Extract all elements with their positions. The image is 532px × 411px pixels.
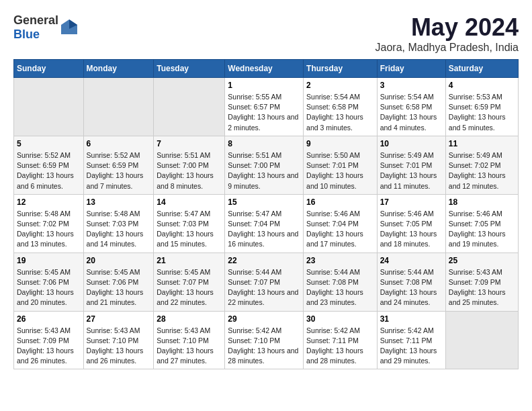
day-number: 5: [17, 139, 81, 148]
calendar-week-5: 26Sunrise: 5:43 AMSunset: 7:09 PMDayligh…: [14, 311, 519, 369]
day-info: Sunrise: 5:52 AMSunset: 6:59 PMDaylight:…: [87, 150, 151, 191]
calendar-cell: 19Sunrise: 5:45 AMSunset: 7:06 PMDayligh…: [14, 253, 84, 311]
day-number: 15: [228, 197, 300, 207]
day-info: Sunrise: 5:54 AMSunset: 6:58 PMDaylight:…: [380, 92, 443, 133]
calendar-cell: 1Sunrise: 5:55 AMSunset: 6:57 PMDaylight…: [225, 78, 304, 136]
day-number: 21: [157, 256, 222, 265]
day-info: Sunrise: 5:48 AMSunset: 7:03 PMDaylight:…: [87, 209, 151, 250]
day-info: Sunrise: 5:53 AMSunset: 6:59 PMDaylight:…: [449, 92, 515, 133]
day-number: 25: [449, 256, 515, 265]
day-number: 30: [306, 314, 374, 324]
day-info: Sunrise: 5:42 AMSunset: 7:10 PMDaylight:…: [228, 326, 300, 367]
day-number: 18: [449, 197, 515, 207]
day-number: 17: [380, 197, 443, 207]
day-number: 22: [228, 256, 300, 265]
day-number: 28: [157, 314, 222, 324]
day-info: Sunrise: 5:55 AMSunset: 6:57 PMDaylight:…: [228, 92, 300, 133]
day-info: Sunrise: 5:48 AMSunset: 7:02 PMDaylight:…: [17, 209, 81, 250]
day-info: Sunrise: 5:52 AMSunset: 6:59 PMDaylight:…: [17, 150, 81, 191]
day-number: 24: [380, 256, 443, 265]
day-number: 20: [87, 256, 151, 265]
calendar-cell: 13Sunrise: 5:48 AMSunset: 7:03 PMDayligh…: [83, 194, 154, 253]
calendar-cell: 26Sunrise: 5:43 AMSunset: 7:09 PMDayligh…: [14, 311, 84, 369]
title-area: May 2024 Jaora, Madhya Pradesh, India: [375, 13, 519, 54]
day-number: 16: [306, 197, 374, 207]
calendar-cell: 22Sunrise: 5:44 AMSunset: 7:07 PMDayligh…: [225, 253, 304, 311]
calendar-cell: [83, 78, 154, 136]
day-number: 14: [157, 197, 222, 207]
calendar-cell: 25Sunrise: 5:43 AMSunset: 7:09 PMDayligh…: [445, 253, 518, 311]
calendar-cell: [14, 78, 84, 136]
column-header-monday: Monday: [83, 60, 154, 78]
day-info: Sunrise: 5:47 AMSunset: 7:04 PMDaylight:…: [228, 209, 300, 250]
calendar-cell: [445, 311, 518, 369]
calendar-cell: 2Sunrise: 5:54 AMSunset: 6:58 PMDaylight…: [304, 78, 378, 136]
day-number: 29: [228, 314, 300, 324]
day-info: Sunrise: 5:51 AMSunset: 7:00 PMDaylight:…: [228, 150, 300, 191]
day-info: Sunrise: 5:50 AMSunset: 7:01 PMDaylight:…: [306, 150, 374, 191]
calendar-body: 1Sunrise: 5:55 AMSunset: 6:57 PMDaylight…: [14, 78, 519, 369]
day-number: 19: [17, 256, 81, 265]
logo: General Blue: [13, 13, 79, 42]
calendar-cell: 21Sunrise: 5:45 AMSunset: 7:07 PMDayligh…: [154, 253, 225, 311]
column-header-wednesday: Wednesday: [225, 60, 304, 78]
day-info: Sunrise: 5:43 AMSunset: 7:09 PMDaylight:…: [17, 326, 81, 367]
calendar-cell: 10Sunrise: 5:49 AMSunset: 7:01 PMDayligh…: [377, 136, 445, 194]
logo-general: General: [13, 13, 58, 27]
day-info: Sunrise: 5:46 AMSunset: 7:04 PMDaylight:…: [306, 209, 374, 250]
day-info: Sunrise: 5:47 AMSunset: 7:03 PMDaylight:…: [157, 209, 222, 250]
calendar-week-1: 1Sunrise: 5:55 AMSunset: 6:57 PMDaylight…: [14, 78, 519, 136]
calendar-cell: 15Sunrise: 5:47 AMSunset: 7:04 PMDayligh…: [225, 194, 304, 253]
day-info: Sunrise: 5:43 AMSunset: 7:10 PMDaylight:…: [157, 326, 222, 367]
day-number: 26: [17, 314, 81, 324]
calendar-cell: 7Sunrise: 5:51 AMSunset: 7:00 PMDaylight…: [154, 136, 225, 194]
day-info: Sunrise: 5:46 AMSunset: 7:05 PMDaylight:…: [449, 209, 515, 250]
calendar-cell: 18Sunrise: 5:46 AMSunset: 7:05 PMDayligh…: [445, 194, 518, 253]
page-header: General Blue May 2024 Jaora, Madhya Prad…: [13, 13, 519, 54]
day-info: Sunrise: 5:43 AMSunset: 7:10 PMDaylight:…: [87, 326, 151, 367]
day-info: Sunrise: 5:45 AMSunset: 7:06 PMDaylight:…: [87, 267, 151, 308]
calendar-cell: 31Sunrise: 5:42 AMSunset: 7:11 PMDayligh…: [377, 311, 445, 369]
calendar-cell: 24Sunrise: 5:44 AMSunset: 7:08 PMDayligh…: [377, 253, 445, 311]
day-number: 27: [87, 314, 151, 324]
day-number: 10: [380, 139, 443, 148]
calendar-cell: 16Sunrise: 5:46 AMSunset: 7:04 PMDayligh…: [304, 194, 378, 253]
day-number: 23: [306, 256, 374, 265]
logo-icon: [60, 18, 79, 37]
day-info: Sunrise: 5:51 AMSunset: 7:00 PMDaylight:…: [157, 150, 222, 191]
day-number: 8: [228, 139, 300, 148]
day-number: 4: [449, 81, 515, 90]
day-info: Sunrise: 5:54 AMSunset: 6:58 PMDaylight:…: [306, 92, 374, 133]
day-info: Sunrise: 5:49 AMSunset: 7:02 PMDaylight:…: [449, 150, 515, 191]
day-info: Sunrise: 5:43 AMSunset: 7:09 PMDaylight:…: [449, 267, 515, 308]
day-info: Sunrise: 5:44 AMSunset: 7:07 PMDaylight:…: [228, 267, 300, 308]
day-number: 31: [380, 314, 443, 324]
day-number: 3: [380, 81, 443, 90]
calendar-cell: 4Sunrise: 5:53 AMSunset: 6:59 PMDaylight…: [445, 78, 518, 136]
day-number: 6: [87, 139, 151, 148]
logo-blue: Blue: [13, 28, 40, 41]
calendar-cell: 12Sunrise: 5:48 AMSunset: 7:02 PMDayligh…: [14, 194, 84, 253]
calendar-week-2: 5Sunrise: 5:52 AMSunset: 6:59 PMDaylight…: [14, 136, 519, 194]
day-number: 1: [228, 81, 300, 90]
day-number: 2: [306, 81, 374, 90]
day-info: Sunrise: 5:46 AMSunset: 7:05 PMDaylight:…: [380, 209, 443, 250]
calendar-title: May 2024: [375, 13, 519, 42]
calendar-cell: 9Sunrise: 5:50 AMSunset: 7:01 PMDaylight…: [304, 136, 378, 194]
calendar-header-row: SundayMondayTuesdayWednesdayThursdayFrid…: [14, 60, 519, 78]
calendar-cell: 27Sunrise: 5:43 AMSunset: 7:10 PMDayligh…: [83, 311, 154, 369]
calendar-cell: 30Sunrise: 5:42 AMSunset: 7:11 PMDayligh…: [304, 311, 378, 369]
calendar-cell: 23Sunrise: 5:44 AMSunset: 7:08 PMDayligh…: [304, 253, 378, 311]
column-header-thursday: Thursday: [304, 60, 378, 78]
day-number: 13: [87, 197, 151, 207]
day-info: Sunrise: 5:44 AMSunset: 7:08 PMDaylight:…: [306, 267, 374, 308]
column-header-sunday: Sunday: [14, 60, 84, 78]
calendar-cell: 17Sunrise: 5:46 AMSunset: 7:05 PMDayligh…: [377, 194, 445, 253]
day-info: Sunrise: 5:42 AMSunset: 7:11 PMDaylight:…: [306, 326, 374, 367]
calendar-cell: 14Sunrise: 5:47 AMSunset: 7:03 PMDayligh…: [154, 194, 225, 253]
day-number: 11: [449, 139, 515, 148]
column-header-saturday: Saturday: [445, 60, 518, 78]
calendar-subtitle: Jaora, Madhya Pradesh, India: [375, 42, 519, 54]
calendar-week-3: 12Sunrise: 5:48 AMSunset: 7:02 PMDayligh…: [14, 194, 519, 253]
column-header-friday: Friday: [377, 60, 445, 78]
